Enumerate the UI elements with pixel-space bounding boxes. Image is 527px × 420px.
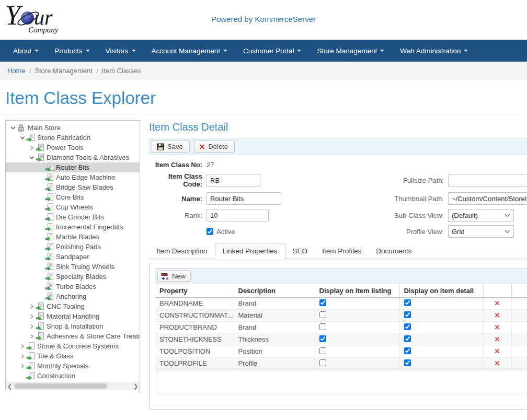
item-class-icon — [45, 293, 54, 301]
rank-input[interactable] — [207, 209, 269, 221]
tab-item-description[interactable]: Item Description — [149, 243, 215, 259]
nav-item-account-management[interactable]: Account Management — [144, 40, 235, 62]
display-on-detail-checkbox[interactable] — [404, 335, 411, 342]
breadcrumb-separator: / — [26, 67, 35, 75]
tree-item-diamond-tools-abrasives[interactable]: Diamond Tools & Abrasives — [6, 153, 140, 162]
tree-item-main-store[interactable]: Main Store — [6, 123, 140, 133]
item-class-icon — [45, 273, 54, 281]
chevron-right-icon[interactable] — [28, 324, 36, 329]
tree-item-bridge-saw-blades[interactable]: Bridge Saw Blades — [6, 182, 140, 192]
chevron-right-icon[interactable] — [28, 314, 36, 319]
nav-item-web-administration[interactable]: Web Administration — [392, 40, 476, 62]
profile-view-value: Grid — [452, 228, 465, 236]
display-on-listing-checkbox[interactable] — [319, 311, 326, 318]
nav-item-about[interactable]: About — [5, 40, 47, 62]
thumbnail-path-label: Thumbnail Path: — [345, 195, 444, 203]
tab-seo[interactable]: SEO — [285, 243, 315, 259]
display-on-detail-checkbox[interactable] — [404, 359, 411, 366]
chevron-down-icon[interactable] — [28, 155, 36, 160]
tree-item-specialty-blades[interactable]: Specialty Blades — [6, 272, 140, 282]
tree-item-sink-truing-wheels[interactable]: Sink Truing Wheels — [6, 262, 140, 272]
fullsize-path-input[interactable] — [448, 174, 527, 186]
tree-item-polishing-pads[interactable]: Polishing Pads — [6, 242, 140, 252]
tree-item-shop-installation[interactable]: Shop & Installation — [6, 321, 140, 331]
tab-documents[interactable]: Documents — [369, 243, 419, 259]
new-button[interactable]: New — [157, 271, 191, 282]
display-on-detail-checkbox[interactable] — [404, 323, 411, 330]
row-delete-icon[interactable]: ✕ — [495, 359, 500, 367]
chevron-right-icon[interactable] — [18, 364, 26, 369]
name-input[interactable] — [207, 192, 281, 205]
subclass-view-select[interactable]: (Default) — [448, 209, 514, 221]
tree-item-construction[interactable]: Construction — [6, 371, 140, 381]
scroll-left-arrow-icon[interactable]: ❮ — [6, 382, 14, 390]
display-on-detail-checkbox[interactable] — [404, 299, 411, 306]
tree-item-label: Incremental Fingerbits — [56, 223, 123, 231]
tree-item-anchoring[interactable]: Anchoring — [6, 291, 140, 301]
tree-item-marble-blades[interactable]: Marble Blades — [6, 232, 140, 242]
display-on-listing-checkbox[interactable] — [319, 359, 326, 366]
tree-item-sandpaper[interactable]: Sandpaper — [6, 252, 140, 262]
col-header-display-detail: Display on item detail — [399, 284, 483, 298]
tree-item-power-tools[interactable]: Power Tools — [6, 143, 140, 153]
row-delete-icon[interactable]: ✕ — [495, 335, 500, 343]
tree-item-material-handling[interactable]: Material Handling — [6, 311, 140, 321]
breadcrumb-item-home[interactable]: Home — [7, 67, 26, 75]
tree-item-cup-wheels[interactable]: Cup Wheels — [6, 202, 140, 212]
tree-item-auto-edge-machine[interactable]: Auto Edge Machine — [6, 172, 140, 182]
tree-horizontal-scrollbar[interactable]: ❮ ❯ — [6, 382, 140, 390]
nav-item-label: About — [13, 47, 31, 55]
row-delete-icon[interactable]: ✕ — [495, 347, 500, 355]
powered-by-link[interactable]: Powered by KommerceServer — [0, 15, 527, 24]
floppy-save-icon — [157, 143, 164, 150]
display-on-detail-checkbox[interactable] — [404, 311, 411, 318]
tree-item-monthly-specials[interactable]: Monthly Specials — [6, 361, 140, 371]
col-header-property: Property — [155, 284, 234, 298]
chevron-right-icon[interactable] — [28, 304, 36, 309]
display-on-listing-checkbox[interactable] — [319, 299, 326, 306]
tree-item-core-bits[interactable]: Core Bits — [6, 192, 140, 202]
fullsize-path-label: Fullsize Path: — [345, 177, 444, 184]
tree-item-stone-concrete-systems[interactable]: Stone & Concrete Systems — [6, 341, 140, 351]
display-on-listing-checkbox[interactable] — [319, 335, 326, 342]
display-on-detail-checkbox[interactable] — [404, 347, 411, 354]
item-class-code-input[interactable] — [207, 174, 260, 186]
row-delete-icon[interactable]: ✕ — [495, 311, 500, 319]
nav-item-store-management[interactable]: Store Management — [309, 40, 392, 62]
active-checkbox[interactable] — [207, 228, 213, 235]
nav-item-products[interactable]: Products — [47, 40, 97, 62]
nav-item-customer-portal[interactable]: Customer Portal — [235, 40, 310, 62]
row-delete-icon[interactable]: ✕ — [495, 323, 500, 331]
main-nav: AboutProductsVisitorsAccount ManagementC… — [0, 40, 527, 62]
tree-item-label: Cup Wheels — [56, 203, 93, 211]
chevron-down-icon[interactable] — [9, 125, 17, 131]
display-on-listing-checkbox[interactable] — [319, 323, 326, 330]
scroll-right-arrow-icon[interactable]: ❯ — [132, 382, 140, 390]
chevron-right-icon[interactable] — [28, 145, 36, 150]
tree-item-stone-fabrication[interactable]: Stone Fabrication — [6, 133, 140, 143]
display-on-listing-checkbox[interactable] — [319, 347, 326, 354]
tree-item-tile-glass[interactable]: Tile & Glass — [6, 351, 140, 361]
chevron-right-icon[interactable] — [28, 334, 36, 339]
item-class-icon — [45, 223, 54, 231]
tree-item-die-grinder-bits[interactable]: Die Grinder Bits — [6, 212, 140, 222]
thumbnail-path-input[interactable] — [448, 192, 527, 205]
tree-item-label: Bridge Saw Blades — [56, 183, 113, 191]
tree-item-turbo-blades[interactable]: Turbo Blades — [6, 282, 140, 291]
tree-item-adhesives-stone-care-treatmen[interactable]: Adhesives & Stone Care Treatmen — [6, 331, 140, 341]
chevron-right-icon[interactable] — [18, 344, 26, 349]
scrollbar-thumb[interactable] — [14, 383, 107, 389]
chevron-down-icon[interactable] — [18, 135, 26, 141]
tab-linked-properties[interactable]: Linked Properties — [215, 243, 285, 259]
delete-button[interactable]: ✕ Delete — [194, 141, 235, 153]
save-button[interactable]: Save — [152, 141, 190, 153]
chevron-right-icon[interactable] — [18, 354, 26, 359]
tab-item-profiles[interactable]: Item Profiles — [315, 243, 369, 259]
tree-item-cnc-tooling[interactable]: CNC Tooling — [6, 301, 140, 311]
nav-item-visitors[interactable]: Visitors — [98, 40, 144, 62]
detail-toolbar: Save ✕ Delete — [149, 138, 527, 155]
profile-view-select[interactable]: Grid — [448, 225, 514, 238]
tree-item-router-bits[interactable]: Router Bits — [6, 162, 140, 172]
tree-item-incremental-fingerbits[interactable]: Incremental Fingerbits — [6, 222, 140, 232]
row-delete-icon[interactable]: ✕ — [495, 299, 500, 307]
